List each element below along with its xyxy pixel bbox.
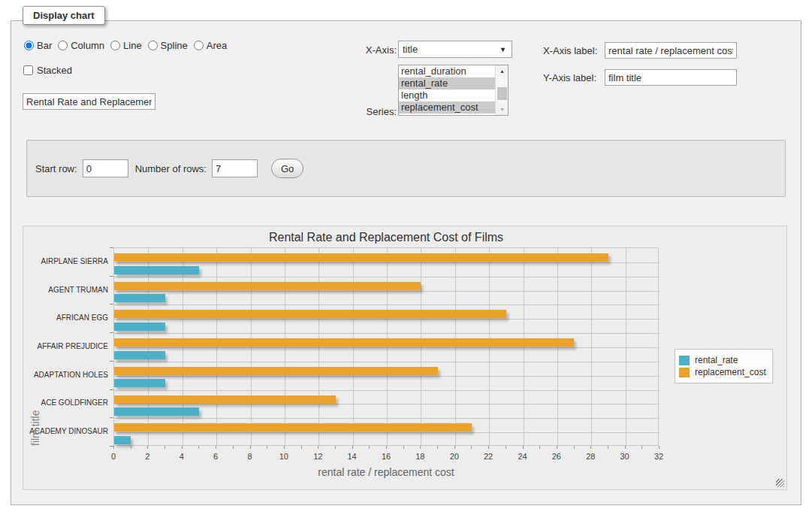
bar-replacement_cost [114, 423, 472, 432]
x-tick-label: 0 [102, 452, 125, 461]
scroll-down-icon[interactable]: ▼ [496, 104, 509, 115]
radio-spline-input[interactable] [148, 41, 158, 50]
bar-replacement_cost [114, 282, 421, 290]
radio-line-label: Line [123, 40, 142, 51]
bar-replacement_cost [114, 338, 574, 347]
series-option-rental-duration[interactable]: rental_duration [399, 65, 508, 77]
x-axis-tick [147, 446, 148, 449]
x-axis-tick [523, 446, 524, 449]
radio-area-input[interactable] [194, 41, 204, 50]
x-axis-tick [557, 446, 557, 449]
x-axis-title: rental rate / replacement cost [113, 466, 659, 478]
gridline [114, 319, 660, 320]
x-tick-label: 24 [512, 452, 534, 461]
gridline [114, 347, 660, 348]
x-tick-label: 6 [204, 452, 227, 461]
x-axis-tick [318, 446, 318, 449]
x-axis-tick [437, 446, 438, 449]
y-axis-tick [110, 332, 113, 333]
x-axis-tick [574, 446, 575, 449]
stacked-checkbox-row[interactable]: Stacked [23, 65, 72, 76]
x-tick-label: 20 [443, 452, 466, 461]
gridline [114, 362, 660, 362]
x-axis-tick [267, 446, 267, 449]
series-option-replacement-cost[interactable]: replacement_cost [399, 101, 508, 114]
x-tick-label: 10 [273, 452, 295, 461]
dropdown-arrow-icon: ▼ [500, 46, 506, 53]
x-tick-label: 12 [306, 452, 329, 461]
series-scrollbar[interactable]: ▲ ▼ [495, 65, 508, 115]
bar-replacement_cost [114, 310, 506, 318]
legend-swatch-icon [679, 356, 690, 365]
gridline [114, 404, 660, 404]
gridline [114, 432, 660, 433]
x-axis-caption-label: X-Axis label: [543, 45, 597, 56]
y-axis-caption-input[interactable] [605, 69, 737, 86]
series-option-length[interactable]: length [399, 89, 508, 101]
bar-rental_rate [114, 323, 165, 331]
x-tick-label: 8 [239, 452, 261, 461]
radio-line-input[interactable] [110, 41, 120, 50]
x-axis-tick [420, 446, 421, 449]
row-controls-box: Start row: Number of rows: Go [26, 140, 786, 197]
y-axis-caption-label: Y-Axis label: [543, 72, 596, 83]
series-option-rental-rate[interactable]: rental_rate [399, 77, 508, 89]
gridline [114, 277, 660, 277]
x-axis-tick [216, 446, 216, 449]
start-row-input[interactable] [83, 159, 128, 177]
radio-area-label: Area [207, 40, 227, 51]
chart-title: Rental Rate and Replacement Cost of Film… [113, 231, 659, 244]
go-button[interactable]: Go [271, 159, 303, 178]
x-tick-label: 26 [545, 452, 568, 461]
radio-column-label: Column [71, 40, 104, 51]
radio-column-input[interactable] [58, 41, 68, 50]
radio-bar-label: Bar [37, 40, 52, 51]
radio-bar[interactable]: Bar [24, 40, 52, 51]
bar-rental_rate [114, 407, 199, 416]
x-axis-select[interactable]: title ▼ [398, 41, 512, 58]
gridline [114, 418, 660, 419]
radio-area[interactable]: Area [194, 40, 227, 51]
x-axis-tick [250, 446, 251, 449]
resize-grip[interactable] [776, 479, 784, 487]
radio-spline[interactable]: Spline [148, 40, 188, 51]
x-axis-tick [131, 446, 131, 449]
legend-label: rental_rate [695, 355, 738, 365]
start-row-label: Start row: [35, 163, 77, 174]
scrollbar-thumb[interactable] [497, 87, 507, 100]
chart-title-input[interactable] [23, 93, 155, 110]
y-axis-tick [110, 389, 113, 390]
x-axis-label: X-Axis: [337, 44, 397, 56]
number-of-rows-label: Number of rows: [135, 163, 207, 174]
radio-line[interactable]: Line [110, 40, 142, 51]
plot-area [113, 247, 659, 446]
gridline [114, 291, 660, 292]
x-axis-tick [625, 446, 626, 449]
x-axis-tick [608, 446, 608, 449]
y-axis-tick [110, 247, 113, 248]
x-axis-tick [198, 446, 199, 449]
x-tick-label: 22 [477, 452, 500, 461]
gridline [114, 304, 660, 305]
x-axis-tick [335, 446, 336, 449]
gridline [114, 333, 660, 334]
x-axis-tick [284, 446, 285, 449]
bar-rental_rate [114, 436, 131, 444]
scroll-up-icon[interactable]: ▲ [496, 65, 509, 77]
bar-rental_rate [114, 379, 165, 387]
legend-item: replacement_cost [679, 367, 766, 377]
x-tick-label: 14 [341, 452, 364, 461]
number-of-rows-input[interactable] [212, 159, 258, 177]
stacked-checkbox[interactable] [23, 65, 33, 75]
radio-bar-input[interactable] [24, 41, 34, 50]
legend-swatch-icon [679, 368, 690, 377]
bar-rental_rate [114, 351, 165, 359]
display-chart-fieldset: Display chart Bar Column Line Spline Are… [11, 20, 801, 505]
radio-column[interactable]: Column [58, 40, 104, 51]
page: Display chart Bar Column Line Spline Are… [0, 0, 812, 512]
series-multiselect[interactable]: rental_duration rental_rate length repla… [398, 65, 509, 116]
stacked-label: Stacked [37, 65, 72, 76]
x-axis-tick [641, 446, 642, 449]
x-axis-caption-input[interactable] [605, 42, 737, 59]
x-tick-label: 16 [375, 452, 397, 461]
